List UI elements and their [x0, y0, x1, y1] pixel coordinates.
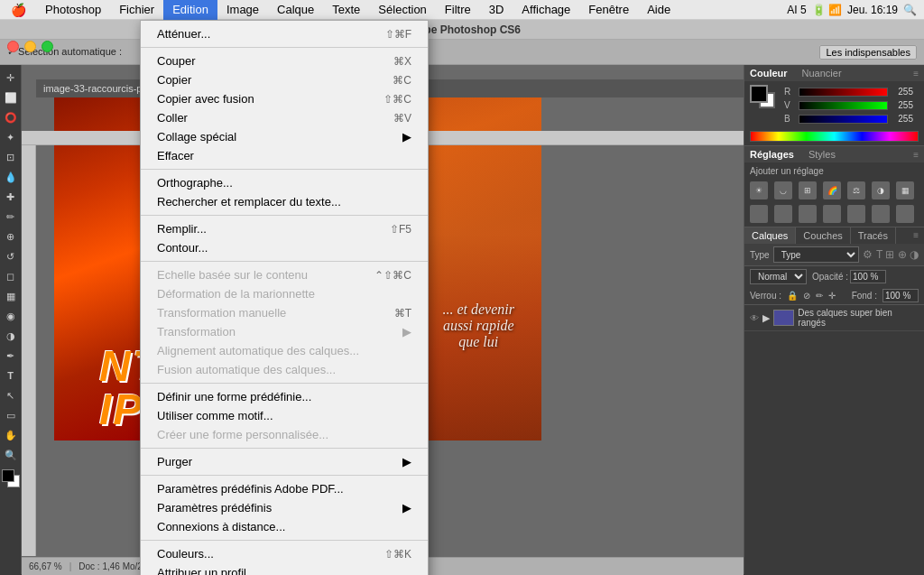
color-spectrum[interactable] — [750, 131, 919, 142]
reglage-gradient-map[interactable]: ▦ — [896, 181, 914, 199]
panel-collapse-icon[interactable]: ≡ — [913, 69, 919, 79]
calques-tab[interactable]: Calques — [744, 227, 796, 244]
menu-item-remplir[interactable]: Remplir...⇧F5 — [141, 219, 428, 238]
menu-affichage[interactable]: Affichage — [513, 0, 579, 20]
filter-icon[interactable]: ⚙ — [863, 248, 873, 261]
blue-slider[interactable] — [799, 115, 888, 124]
lock-icon[interactable]: 🔒 — [787, 291, 798, 301]
menu-item-d-finir-une-forme-pr-d-finie[interactable]: Définir une forme prédéfinie... — [141, 387, 428, 406]
reglage-bw[interactable]: ◑ — [872, 181, 890, 199]
workspace-label[interactable]: Les indispensables — [819, 45, 917, 60]
blend-mode-select[interactable]: Normal — [750, 269, 807, 284]
menu-aide[interactable]: Aide — [638, 0, 679, 20]
menu-item-orthographe[interactable]: Orthographe... — [141, 173, 428, 192]
menu-item-utiliser-comme-motif[interactable]: Utiliser comme motif... — [141, 406, 428, 425]
menu-item-copier-avec-fusion[interactable]: Copier avec fusion⇧⌘C — [141, 89, 428, 108]
layer-expand-icon[interactable]: ▶ — [762, 312, 770, 324]
marquee-tool[interactable]: ⬜ — [2, 88, 20, 107]
close-button[interactable] — [7, 41, 19, 52]
layer-visibility-icon[interactable]: 👁 — [750, 313, 759, 323]
reglage-2-2[interactable] — [774, 205, 792, 223]
eraser-tool[interactable]: ◻ — [2, 267, 20, 285]
fg-bg-swatches[interactable] — [750, 85, 779, 110]
menu-selection[interactable]: Sélection — [369, 0, 435, 20]
layer-type-filter[interactable]: Type — [773, 246, 859, 263]
pen-tool[interactable]: ✒ — [2, 347, 20, 365]
layer-row-1[interactable]: 👁 ▶ Des calques super bien rangés — [744, 305, 924, 331]
menu-fichier[interactable]: Fichier — [110, 0, 163, 20]
color-swatches[interactable] — [2, 469, 20, 487]
color-tab[interactable]: Couleur — [750, 68, 788, 79]
menu-item-copier[interactable]: Copier⌘C — [141, 70, 428, 89]
shape-tool[interactable]: ▭ — [2, 406, 20, 424]
magic-wand-tool[interactable]: ✦ — [2, 128, 20, 146]
foreground-color-swatch[interactable] — [2, 469, 14, 482]
reglage-color-balance[interactable]: ⚖ — [847, 181, 865, 199]
gradient-tool[interactable]: ▦ — [2, 287, 20, 305]
lock-position[interactable]: ✛ — [828, 291, 836, 301]
history-brush-tool[interactable]: ↺ — [2, 247, 20, 265]
menu-item-coller[interactable]: Coller⌘V — [141, 108, 428, 127]
text-tool[interactable]: T — [2, 366, 20, 385]
eyedropper-tool[interactable]: 💧 — [2, 168, 20, 186]
menu-3d[interactable]: 3D — [480, 0, 513, 20]
reglages-collapse-icon[interactable]: ≡ — [913, 150, 919, 160]
menu-item-couper[interactable]: Couper⌘X — [141, 51, 428, 70]
layers-panel-menu[interactable]: ≡ — [908, 227, 924, 244]
reglage-hue[interactable]: 🌈 — [823, 181, 841, 199]
crop-tool[interactable]: ⊡ — [2, 148, 20, 166]
clone-stamp-tool[interactable]: ⊕ — [2, 227, 20, 246]
menu-item-purger[interactable]: Purger▶ — [141, 452, 428, 471]
menu-texte[interactable]: Texte — [323, 0, 369, 20]
red-slider[interactable] — [799, 88, 888, 97]
reglage-2-3[interactable] — [799, 205, 817, 223]
reglage-2-1[interactable] — [750, 205, 768, 223]
menu-item-connexions-distance[interactable]: Connexions à distance... — [141, 517, 428, 536]
path-selection-tool[interactable]: ↖ — [2, 386, 20, 404]
blur-tool[interactable]: ◉ — [2, 307, 20, 325]
search-icon[interactable]: 🔍 — [903, 4, 917, 16]
menu-item-collage-sp-cial[interactable]: Collage spécial▶ — [141, 127, 428, 146]
menu-item-contour[interactable]: Contour... — [141, 238, 428, 257]
reglages-tab[interactable]: Réglages — [750, 149, 794, 160]
reglage-2-4[interactable] — [823, 205, 841, 223]
menu-image[interactable]: Image — [217, 0, 268, 20]
hand-tool[interactable]: ✋ — [2, 426, 20, 444]
reglage-curve[interactable]: ◡ — [774, 181, 792, 199]
healing-brush-tool[interactable]: ✚ — [2, 188, 20, 206]
brush-tool[interactable]: ✏ — [2, 208, 20, 226]
dodge-tool[interactable]: ◑ — [2, 327, 20, 345]
menu-fenetre[interactable]: Fenêtre — [579, 0, 638, 20]
lock-paint[interactable]: ✏ — [816, 291, 823, 301]
reglage-2-6[interactable] — [872, 205, 890, 223]
menu-edition[interactable]: Edition — [163, 0, 217, 20]
reglage-2-5[interactable] — [847, 205, 865, 223]
green-slider[interactable] — [799, 101, 888, 110]
opacity-input[interactable] — [850, 270, 886, 283]
menu-item-param-tres-pr-d-finis[interactable]: Paramètres prédéfinis▶ — [141, 498, 428, 517]
menu-calque[interactable]: Calque — [268, 0, 323, 20]
menu-item-effacer[interactable]: Effacer — [141, 146, 428, 165]
move-tool[interactable]: ✛ — [2, 69, 20, 87]
lock-transparent[interactable]: ⊘ — [803, 291, 810, 301]
fond-input[interactable] — [882, 289, 919, 302]
lasso-tool[interactable]: ⭕ — [2, 108, 20, 126]
workspace-dropdown[interactable]: Les indispensables — [819, 45, 917, 59]
couches-tab[interactable]: Couches — [796, 227, 850, 244]
menu-item-attribuer-un-profil[interactable]: Attribuer un profil... — [141, 563, 428, 575]
fg-swatch[interactable] — [750, 85, 768, 103]
menu-photoshop[interactable]: Photoshop — [36, 0, 110, 20]
styles-tab[interactable]: Styles — [808, 149, 836, 160]
menu-item-rechercher-et-remplacer-du-texte[interactable]: Rechercher et remplacer du texte... — [141, 192, 428, 211]
reglage-sun[interactable]: ☀ — [750, 181, 768, 199]
menu-filtre[interactable]: Filtre — [436, 0, 480, 20]
menu-item-couleurs[interactable]: Couleurs...⇧⌘K — [141, 544, 428, 563]
reglage-2-7[interactable] — [896, 205, 914, 223]
minimize-button[interactable] — [24, 41, 36, 52]
reglage-levels[interactable]: ⊞ — [799, 181, 817, 199]
menu-item-att-nuer[interactable]: Atténuer...⇧⌘F — [141, 24, 428, 43]
menu-item-param-tres-pr-d-finis-adobe-pdf[interactable]: Paramètres prédéfinis Adobe PDF... — [141, 479, 428, 498]
maximize-button[interactable] — [42, 41, 53, 52]
traces-tab[interactable]: Tracés — [851, 227, 896, 244]
zoom-tool[interactable]: 🔍 — [2, 446, 20, 464]
